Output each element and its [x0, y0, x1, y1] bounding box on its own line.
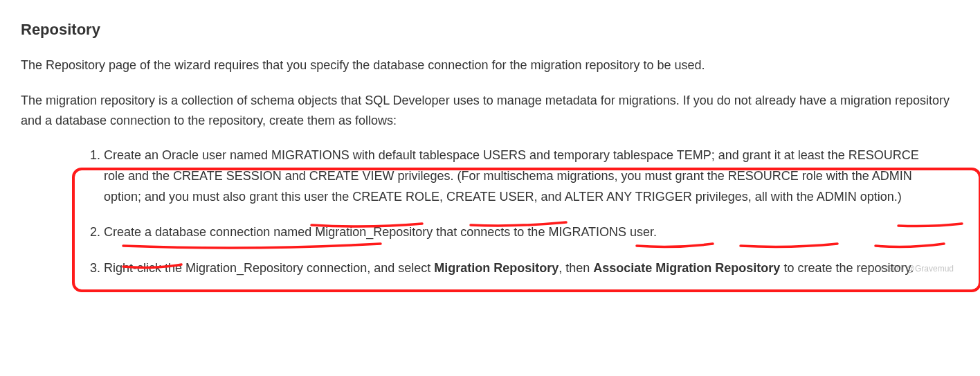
step-3-text-mid: , then: [559, 261, 593, 275]
step-3-text-pre: Right-click the Migration_Repository con…: [104, 261, 434, 275]
step-3: Right-click the Migration_Repository con…: [104, 258, 959, 279]
watermark: CSDN @Gravemud: [880, 264, 954, 274]
steps-list: Create an Oracle user named MIGRATIONS w…: [21, 145, 959, 278]
intro-paragraph-2: The migration repository is a collection…: [21, 91, 959, 131]
step-3-bold-2: Associate Migration Repository: [593, 261, 780, 275]
step-3-bold-1: Migration Repository: [434, 261, 559, 275]
step-2: Create a database connection named Migra…: [104, 222, 959, 243]
intro-paragraph-1: The Repository page of the wizard requir…: [21, 55, 959, 75]
section-heading: Repository: [21, 21, 959, 39]
step-1: Create an Oracle user named MIGRATIONS w…: [104, 145, 959, 207]
